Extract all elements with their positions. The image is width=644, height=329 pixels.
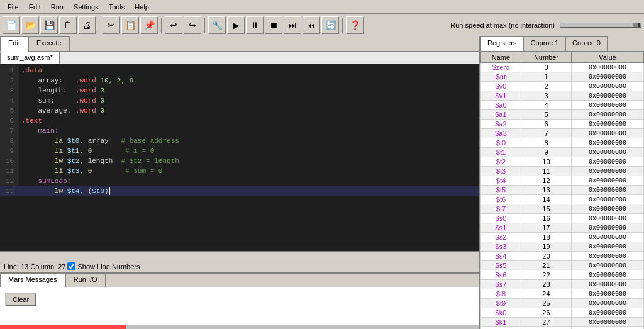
separator-2 xyxy=(161,18,162,33)
separator-3 xyxy=(204,18,205,33)
table-row: 8 la $t0, array # base address xyxy=(0,136,479,146)
horizontal-scrollbar[interactable] xyxy=(0,251,479,260)
run-button[interactable]: ▶ xyxy=(227,16,245,34)
menu-run[interactable]: Run xyxy=(46,2,69,12)
tab-execute[interactable]: Execute xyxy=(28,36,70,51)
col-header-value: Value xyxy=(572,52,644,63)
backstep-button[interactable]: ⏮ xyxy=(303,16,320,34)
table-row: $s5210x00000000 xyxy=(481,261,644,270)
col-header-number: Number xyxy=(521,52,571,63)
table-row: 7 main: xyxy=(0,126,479,136)
separator-4 xyxy=(342,18,343,33)
table-row: $gp280x10008000 xyxy=(481,327,644,330)
table-row: $t3110x00000000 xyxy=(481,167,644,176)
register-tabbar: Registers Coproc 1 Coproc 0 xyxy=(480,36,644,52)
code-editor[interactable]: 1 .data 2 array: .word 10, 2, 9 3 length… xyxy=(0,64,479,251)
table-row: $t2100x00000000 xyxy=(481,157,644,167)
table-row: $s6220x00000000 xyxy=(481,270,644,280)
menu-settings[interactable]: Settings xyxy=(69,2,104,12)
file-tabbar: sum_avg.asm* xyxy=(0,52,479,64)
table-row: 6 .text xyxy=(0,116,479,126)
table-row: $v020x00000000 xyxy=(481,82,644,91)
table-row: $t080x00000000 xyxy=(481,138,644,148)
table-row: $t8240x00000000 xyxy=(481,289,644,299)
speed-bar[interactable] xyxy=(560,23,641,28)
table-row: 4 sum: .word 0 xyxy=(0,96,479,106)
table-row: $s2180x00000000 xyxy=(481,233,644,242)
step-button[interactable]: ⏭ xyxy=(284,16,301,34)
redo-button[interactable]: ↪ xyxy=(184,16,201,34)
paste-button[interactable]: 📌 xyxy=(140,16,158,34)
tab-registers[interactable]: Registers xyxy=(480,36,523,51)
pause-button[interactable]: ⏸ xyxy=(246,16,264,34)
save-button[interactable]: 💾 xyxy=(40,16,58,34)
register-table: Name Number Value $zero00x00000000$at10x… xyxy=(480,52,644,329)
table-row: $s0160x00000000 xyxy=(481,214,644,223)
clear-button[interactable]: Clear xyxy=(5,293,36,306)
show-line-numbers-checkbox[interactable] xyxy=(67,262,75,270)
table-row: $v130x00000000 xyxy=(481,91,644,101)
table-row: 11 li $t3, 0 # sum = 0 xyxy=(0,166,479,176)
file-tab-sumavg[interactable]: sum_avg.asm* xyxy=(0,52,60,64)
toolbar: 📄 📂 💾 🗒 🖨 ✂ 📋 📌 ↩ ↪ 🔧 ▶ ⏸ ⏹ ⏭ ⏮ 🔄 ❓ Run … xyxy=(0,14,644,36)
right-panel: Registers Coproc 1 Coproc 0 Name Number … xyxy=(480,36,644,329)
bottom-panel: Mars Messages Run I/O Clear xyxy=(0,272,479,329)
table-row: $t6140x00000000 xyxy=(481,195,644,204)
menu-tools[interactable]: Tools xyxy=(104,2,130,12)
progress-bar xyxy=(0,325,126,329)
copy-button[interactable]: 📋 xyxy=(121,16,139,34)
table-row: $a370x00000000 xyxy=(481,129,644,138)
saveas-button[interactable]: 🗒 xyxy=(59,16,77,34)
table-row: 1 .data xyxy=(0,65,479,75)
table-row: $t5130x00000000 xyxy=(481,186,644,195)
table-row: $s1170x00000000 xyxy=(481,223,644,233)
table-row: $a040x00000000 xyxy=(481,101,644,110)
new-button[interactable]: 📄 xyxy=(3,16,20,34)
menu-edit[interactable]: Edit xyxy=(24,2,46,12)
assemble-button[interactable]: 🔧 xyxy=(208,16,226,34)
table-row: 10 lw $t2, length # $t2 = length xyxy=(0,156,479,166)
main-layout: Edit Execute sum_avg.asm* 1 .data 2 arra… xyxy=(0,36,644,329)
separator-1 xyxy=(99,18,99,33)
table-row: $a150x00000000 xyxy=(481,110,644,120)
table-row: $s4200x00000000 xyxy=(481,252,644,261)
table-row: $t190x00000000 xyxy=(481,148,644,157)
table-row: 9 li $t1, 0 # i = 0 xyxy=(0,146,479,156)
table-row: $s7230x00000000 xyxy=(481,280,644,289)
stop-button[interactable]: ⏹ xyxy=(265,16,282,34)
table-row: $k0260x00000000 xyxy=(481,308,644,318)
table-row: $at10x00000000 xyxy=(481,72,644,82)
table-row: $k1270x00000000 xyxy=(481,318,644,327)
left-panel: Edit Execute sum_avg.asm* 1 .data 2 arra… xyxy=(0,36,480,329)
tab-mars-messages[interactable]: Mars Messages xyxy=(0,274,65,287)
show-line-numbers-label: Show Line Numbers xyxy=(77,263,140,270)
code-content: 1 .data 2 array: .word 10, 2, 9 3 length… xyxy=(0,64,479,251)
tab-coproc1[interactable]: Coproc 1 xyxy=(523,36,565,51)
edit-execute-tabbar: Edit Execute xyxy=(0,36,479,52)
line-col-status: Line: 13 Column: 27 xyxy=(4,263,65,270)
tab-edit[interactable]: Edit xyxy=(0,36,28,52)
run-speed-label: Run speed at max (no interaction) xyxy=(450,21,555,29)
open-button[interactable]: 📂 xyxy=(21,16,39,34)
status-bar: Line: 13 Column: 27 Show Line Numbers xyxy=(0,260,479,272)
table-row: $s3190x00000000 xyxy=(481,242,644,252)
table-row: 5 average: .word 0 xyxy=(0,106,479,116)
menubar: File Edit Run Settings Tools Help xyxy=(0,0,644,14)
help-button[interactable]: ❓ xyxy=(346,16,364,34)
undo-button[interactable]: ↩ xyxy=(165,16,182,34)
reset-button[interactable]: 🔄 xyxy=(321,16,339,34)
menu-help[interactable]: Help xyxy=(130,2,154,12)
menu-file[interactable]: File xyxy=(3,2,24,12)
tab-coproc0[interactable]: Coproc 0 xyxy=(565,36,608,51)
table-row: $t4120x00000000 xyxy=(481,176,644,186)
table-row: 2 array: .word 10, 2, 9 xyxy=(0,75,479,86)
table-row: 13 lw $t4, ($t0) xyxy=(0,186,479,196)
bottom-content: Clear xyxy=(0,287,479,325)
table-row: $a260x00000000 xyxy=(481,120,644,129)
tab-run-io[interactable]: Run I/O xyxy=(65,274,106,287)
print-button[interactable]: 🖨 xyxy=(78,16,96,34)
col-header-name: Name xyxy=(481,52,521,63)
table-row: 12 sumLoop: xyxy=(0,176,479,186)
cut-button[interactable]: ✂ xyxy=(103,16,120,34)
bottom-tabbar: Mars Messages Run I/O xyxy=(0,274,479,287)
